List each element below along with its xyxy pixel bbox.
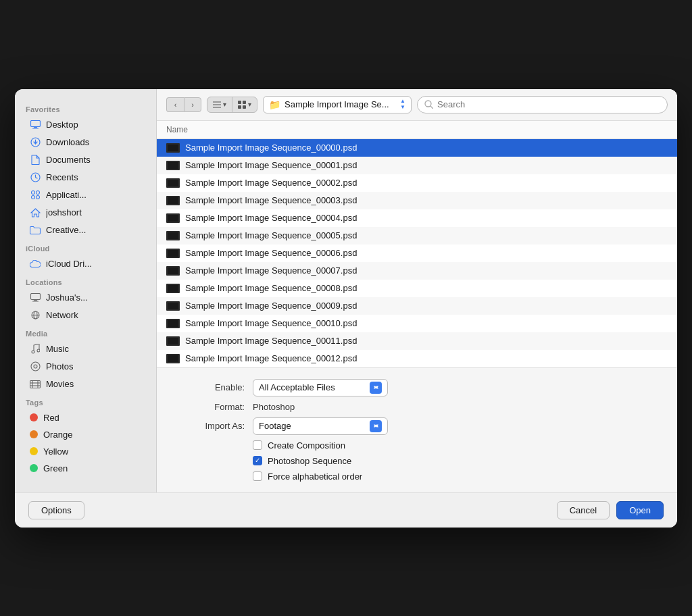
photoshop-sequence-checkbox[interactable] xyxy=(253,456,262,465)
svg-rect-20 xyxy=(30,380,41,388)
file-icon xyxy=(166,284,180,293)
search-input[interactable] xyxy=(437,99,660,109)
photoshop-sequence-row: Photoshop Sequence xyxy=(184,456,650,466)
forward-button[interactable]: › xyxy=(184,97,201,112)
back-button[interactable]: ‹ xyxy=(166,97,184,112)
svg-rect-31 xyxy=(243,105,246,109)
footer-right: Cancel Open xyxy=(557,501,664,519)
open-button[interactable]: Open xyxy=(616,501,664,519)
sidebar-item-creative-label: Creative... xyxy=(46,225,86,235)
sidebar-item-movies[interactable]: Movies xyxy=(19,376,152,393)
path-stepper: ▲ ▼ xyxy=(400,99,405,110)
file-row[interactable]: Sample Import Image Sequence_00004.psd xyxy=(157,209,677,227)
file-row[interactable]: Sample Import Image Sequence_00000.psd xyxy=(157,139,677,157)
svg-point-16 xyxy=(32,351,34,353)
file-icon xyxy=(166,249,180,258)
force-alpha-checkbox[interactable] xyxy=(253,471,262,481)
sidebar-item-home[interactable]: joshshort xyxy=(19,204,152,222)
file-name: Sample Import Image Sequence_00003.psd xyxy=(185,195,357,205)
sidebar-item-applications-label: Applicati... xyxy=(46,190,86,200)
sidebar-item-tag-orange[interactable]: Orange xyxy=(19,426,152,443)
sidebar-item-tag-yellow[interactable]: Yellow xyxy=(19,443,152,460)
photoshop-sequence-label: Photoshop Sequence xyxy=(268,456,351,466)
dialog-footer: Options Cancel Open xyxy=(15,492,677,528)
list-view-chevron: ▾ xyxy=(223,101,226,108)
force-alpha-row: Force alphabetical order xyxy=(184,471,650,482)
sidebar-item-documents[interactable]: Documents xyxy=(19,151,152,169)
sidebar-item-desktop[interactable]: Desktop xyxy=(19,116,152,134)
sidebar-item-tag-green[interactable]: Green xyxy=(19,460,152,477)
tag-green-dot xyxy=(30,464,38,472)
file-row[interactable]: Sample Import Image Sequence_00012.psd xyxy=(157,350,677,367)
list-view-button[interactable]: ▾ xyxy=(207,97,232,112)
svg-rect-2 xyxy=(32,128,39,129)
file-name: Sample Import Image Sequence_00006.psd xyxy=(185,248,357,258)
enable-arrow-icon xyxy=(373,384,379,390)
file-name: Sample Import Image Sequence_00012.psd xyxy=(185,353,357,363)
desktop-icon xyxy=(30,120,41,130)
search-icon xyxy=(424,100,433,109)
import-as-select[interactable]: Footage xyxy=(253,417,388,435)
sidebar-item-downloads[interactable]: Downloads xyxy=(19,134,152,151)
sidebar: Favorites Desktop xyxy=(15,89,157,492)
favorites-section-label: Favorites xyxy=(15,100,156,116)
options-button[interactable]: Options xyxy=(28,501,84,519)
sidebar-item-tag-red-label: Red xyxy=(43,413,59,423)
sidebar-item-applications[interactable]: Applicati... xyxy=(19,186,152,204)
sidebar-item-documents-label: Documents xyxy=(46,155,91,165)
sidebar-item-recents[interactable]: Recents xyxy=(19,169,152,186)
computer-icon xyxy=(30,292,41,303)
path-folder-icon: 📁 xyxy=(269,99,280,110)
sidebar-item-computer[interactable]: Joshua's... xyxy=(19,289,152,307)
enable-select-arrow xyxy=(370,382,382,394)
file-icon xyxy=(166,161,180,170)
file-row[interactable]: Sample Import Image Sequence_00009.psd xyxy=(157,297,677,315)
path-text: Sample Import Image Se... xyxy=(285,99,396,109)
form-area: Enable: All Acceptable Files Format: P xyxy=(157,367,677,492)
file-row[interactable]: Sample Import Image Sequence_00008.psd xyxy=(157,280,677,297)
file-row[interactable]: Sample Import Image Sequence_00001.psd xyxy=(157,157,677,174)
file-row[interactable]: Sample Import Image Sequence_00010.psd xyxy=(157,315,677,332)
create-composition-checkbox[interactable] xyxy=(253,440,262,450)
sidebar-item-network[interactable]: Network xyxy=(19,307,152,324)
svg-point-18 xyxy=(31,362,40,371)
grid-view-chevron: ▾ xyxy=(248,101,251,108)
file-row[interactable]: Sample Import Image Sequence_00007.psd xyxy=(157,262,677,280)
enable-select-value: All Acceptable Files xyxy=(259,382,366,392)
file-row[interactable]: Sample Import Image Sequence_00005.psd xyxy=(157,227,677,245)
file-list-header: Name xyxy=(157,121,677,139)
sidebar-item-music[interactable]: Music xyxy=(19,340,152,358)
tag-yellow-dot xyxy=(30,447,38,455)
cancel-button[interactable]: Cancel xyxy=(557,501,610,519)
file-list: Sample Import Image Sequence_00000.psdSa… xyxy=(157,139,677,367)
file-row[interactable]: Sample Import Image Sequence_00006.psd xyxy=(157,245,677,262)
file-row[interactable]: Sample Import Image Sequence_00011.psd xyxy=(157,332,677,350)
enable-select[interactable]: All Acceptable Files xyxy=(253,379,388,396)
file-row[interactable]: Sample Import Image Sequence_00003.psd xyxy=(157,192,677,209)
downloads-icon xyxy=(30,137,41,148)
grid-view-button[interactable]: ▾ xyxy=(232,97,257,112)
sidebar-item-creative[interactable]: Creative... xyxy=(19,222,152,239)
file-row[interactable]: Sample Import Image Sequence_00002.psd xyxy=(157,174,677,192)
file-name: Sample Import Image Sequence_00000.psd xyxy=(185,143,357,153)
sidebar-item-icloud[interactable]: iCloud Dri... xyxy=(19,255,152,273)
media-section-label: Media xyxy=(15,324,156,340)
tags-section-label: Tags xyxy=(15,393,156,409)
sidebar-item-tag-red[interactable]: Red xyxy=(19,409,152,426)
sidebar-item-movies-label: Movies xyxy=(46,379,74,389)
enable-row: Enable: All Acceptable Files xyxy=(184,379,650,396)
music-icon xyxy=(30,344,41,355)
sidebar-item-photos[interactable]: Photos xyxy=(19,358,152,376)
file-icon xyxy=(166,301,180,311)
format-row: Format: Photoshop xyxy=(184,402,650,412)
sidebar-item-recents-label: Recents xyxy=(46,172,78,182)
file-icon xyxy=(166,196,180,205)
sidebar-item-computer-label: Joshua's... xyxy=(46,292,88,303)
format-label: Format: xyxy=(184,402,245,412)
creative-folder-icon xyxy=(30,225,41,236)
svg-point-7 xyxy=(36,191,39,195)
file-name: Sample Import Image Sequence_00007.psd xyxy=(185,265,357,276)
path-selector[interactable]: 📁 Sample Import Image Se... ▲ ▼ xyxy=(263,96,412,113)
svg-rect-11 xyxy=(34,300,37,301)
file-icon xyxy=(166,231,180,240)
